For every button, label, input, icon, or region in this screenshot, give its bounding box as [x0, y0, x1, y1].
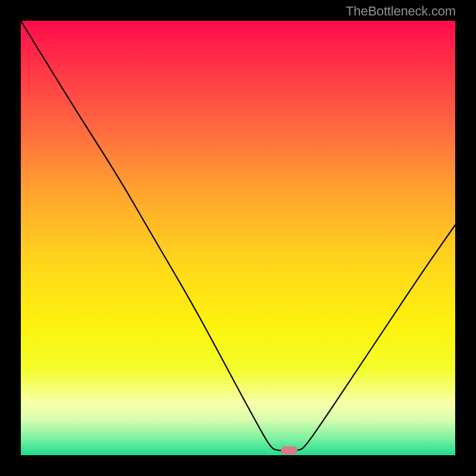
- optimal-point-marker: [281, 446, 298, 455]
- bottleneck-curve: [21, 21, 455, 455]
- watermark-text: TheBottleneck.com: [346, 4, 456, 19]
- chart-frame: TheBottleneck.com: [0, 0, 476, 476]
- plot-area: [21, 21, 455, 455]
